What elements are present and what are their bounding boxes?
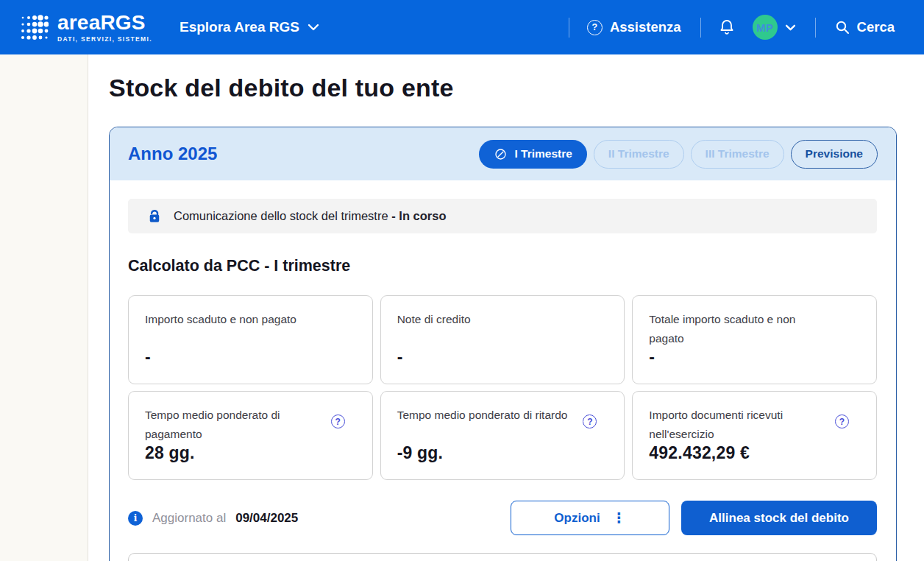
tab-quarter-3-label: III Trimestre xyxy=(706,147,770,160)
footer-actions: Opzioni ⋮ Allinea stock del debito xyxy=(511,501,877,535)
updated-info: i Aggiornato al 09/04/2025 xyxy=(128,511,298,526)
metric-label: Tempo medio ponderato di pagamento xyxy=(145,406,328,443)
metric-label: Importo documenti ricevuti nell'esercizi… xyxy=(649,406,832,443)
status-text: Comunicazione dello stock del trimestre xyxy=(174,209,388,222)
brand-tagline: DATI, SERVIZI, SISTEMI. xyxy=(57,36,152,43)
tab-quarter-2-label: II Trimestre xyxy=(608,147,669,160)
header-divider xyxy=(700,18,701,38)
assistance-label: Assistenza xyxy=(610,19,681,35)
chevron-down-icon xyxy=(308,24,319,31)
kebab-menu-icon: ⋮ xyxy=(612,511,626,525)
user-avatar: MP xyxy=(753,15,778,40)
brand-wordmark: areaRGS xyxy=(57,13,152,33)
bell-icon xyxy=(719,18,735,36)
tab-quarter-2[interactable]: II Trimestre xyxy=(594,140,684,169)
metric-label: Note di credito xyxy=(397,310,580,329)
metric-label: Tempo medio ponderato di ritardo xyxy=(397,406,580,425)
metric-card-note-credito: Note di credito - xyxy=(380,295,625,384)
info-icon: i xyxy=(128,511,143,526)
help-tooltip-icon[interactable]: ? xyxy=(331,414,345,428)
header-divider xyxy=(815,18,816,38)
user-menu-button[interactable]: MP xyxy=(753,15,796,40)
metric-card-tempo-ritardo: Tempo medio ponderato di ritardo -9 gg. … xyxy=(380,391,625,480)
metric-value: - xyxy=(145,347,328,367)
header-divider xyxy=(569,18,569,38)
align-debt-stock-button[interactable]: Allinea stock del debito xyxy=(681,501,877,535)
year-panel-header: Anno 2025 I Trimestre II Trimestre III T… xyxy=(110,127,896,180)
updated-label: Aggiornato al xyxy=(152,511,226,526)
help-tooltip-icon[interactable]: ? xyxy=(583,414,597,428)
status-badge: - In corso xyxy=(391,209,446,222)
metrics-grid: Importo scaduto e non pagato - Note di c… xyxy=(128,295,877,480)
metric-label: Importo scaduto e non pagato xyxy=(145,310,328,329)
next-section-card xyxy=(128,553,877,561)
metric-value: - xyxy=(649,347,832,367)
help-circle-icon: ? xyxy=(587,20,603,35)
options-button[interactable]: Opzioni ⋮ xyxy=(511,501,669,535)
search-label: Cerca xyxy=(857,19,895,35)
metric-value: 492.432,29 € xyxy=(649,443,832,463)
tab-forecast[interactable]: Previsione xyxy=(791,140,878,169)
metric-label: Totale importo scaduto e non pagato xyxy=(649,310,832,347)
options-label: Opzioni xyxy=(554,511,600,526)
metric-card-importo-documenti: Importo documenti ricevuti nell'esercizi… xyxy=(632,391,877,480)
explore-menu-button[interactable]: Esplora Area RGS xyxy=(180,19,319,35)
page-title: Stock del debito del tuo ente xyxy=(109,74,924,102)
section-title: Calcolato da PCC - I trimestre xyxy=(128,257,877,275)
main-content: Stock del debito del tuo ente Anno 2025 … xyxy=(88,54,924,561)
edit-circle-icon xyxy=(494,147,508,161)
metric-value: - xyxy=(397,347,580,367)
metric-card-importo-scaduto: Importo scaduto e non pagato - xyxy=(128,295,373,384)
year-panel: Anno 2025 I Trimestre II Trimestre III T… xyxy=(109,127,897,561)
explore-menu-label: Esplora Area RGS xyxy=(180,19,299,35)
logo-dots-icon xyxy=(19,13,49,42)
help-tooltip-icon[interactable]: ? xyxy=(835,414,849,428)
year-title: Anno 2025 xyxy=(128,144,217,164)
app-logo[interactable]: areaRGS DATI, SERVIZI, SISTEMI. xyxy=(19,13,152,43)
metric-value: -9 gg. xyxy=(397,443,580,463)
updated-date: 09/04/2025 xyxy=(235,511,298,526)
search-icon xyxy=(835,20,850,35)
metric-value: 28 gg. xyxy=(145,443,328,463)
top-header: areaRGS DATI, SERVIZI, SISTEMI. Esplora … xyxy=(0,0,924,54)
notifications-button[interactable] xyxy=(719,18,735,36)
quarter-tabs: I Trimestre II Trimestre III Trimestre P… xyxy=(479,140,878,169)
communication-status-bar: Comunicazione dello stock del trimestre … xyxy=(128,199,877,233)
year-panel-body: Comunicazione dello stock del trimestre … xyxy=(110,180,896,561)
tab-quarter-1[interactable]: I Trimestre xyxy=(479,140,586,169)
panel-footer: i Aggiornato al 09/04/2025 Opzioni ⋮ All… xyxy=(128,501,877,535)
metric-card-tempo-pagamento: Tempo medio ponderato di pagamento 28 gg… xyxy=(128,391,373,480)
tab-quarter-1-label: I Trimestre xyxy=(514,147,572,160)
tab-forecast-label: Previsione xyxy=(806,147,863,160)
metric-card-totale-importo: Totale importo scaduto e non pagato - xyxy=(632,295,877,384)
assistance-button[interactable]: ? Assistenza xyxy=(587,19,681,35)
search-button[interactable]: Cerca xyxy=(835,19,895,35)
chevron-down-icon xyxy=(785,24,796,31)
lock-open-icon xyxy=(146,208,163,225)
tab-quarter-3[interactable]: III Trimestre xyxy=(691,140,784,169)
